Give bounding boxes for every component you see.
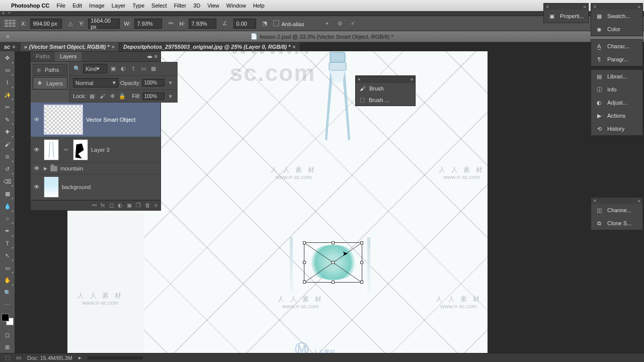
delete-layer-icon[interactable]: 🗑	[145, 202, 150, 209]
warp-icon[interactable]: ⌖	[323, 19, 332, 28]
channels-button[interactable]: ◫Channe...	[591, 204, 642, 217]
cancel-transform-icon[interactable]: ⊘	[336, 19, 345, 28]
gradient-tool-icon[interactable]: ▦	[2, 188, 14, 200]
filter-smart-icon[interactable]: ▦	[149, 65, 157, 73]
handle-br[interactable]	[360, 281, 363, 284]
dock-expand-icon[interactable]: »	[637, 198, 640, 204]
paragraph-button[interactable]: ¶Paragr...	[591, 53, 642, 66]
filter-kind-select[interactable]: Kind ▾	[83, 64, 107, 73]
extra-tool-icon[interactable]: ⋯	[2, 300, 14, 311]
fill-input[interactable]: 100%	[142, 93, 165, 100]
panel-collapse-icon[interactable]: ◂▸ ≡	[144, 52, 160, 61]
panel-tab-layers[interactable]: Layers	[55, 52, 82, 61]
tab-2-close-icon[interactable]: ×	[292, 44, 295, 50]
brush-panel-button[interactable]: 🖌Brush	[356, 83, 415, 94]
libraries-button[interactable]: ▤Librari...	[591, 70, 642, 83]
stamp-tool-icon[interactable]: ⧈	[2, 151, 14, 163]
handle-ml[interactable]	[303, 261, 306, 264]
doc-info[interactable]: Doc: 15.4M/85.3M	[27, 355, 72, 361]
pen-tool-icon[interactable]: ✒	[2, 225, 14, 237]
layers-button[interactable]: ❖Layers	[33, 77, 67, 89]
panel-menu-icon[interactable]: ≡	[154, 202, 157, 209]
handle-tl[interactable]	[303, 241, 306, 244]
dock-expand-icon[interactable]: »	[583, 4, 586, 10]
shape-tool-icon[interactable]: ▭	[2, 262, 14, 274]
menu-help[interactable]: Help	[253, 3, 265, 9]
mask-icon[interactable]: ◻	[109, 202, 114, 209]
skew-h-icon[interactable]: ⬔	[260, 19, 269, 28]
menu-edit[interactable]: Edit	[72, 3, 82, 9]
history-button[interactable]: ⟲History	[591, 122, 642, 135]
layer-thumb-0[interactable]	[44, 105, 83, 135]
new-layer-icon[interactable]: ❐	[136, 202, 141, 209]
fill-flyout-icon[interactable]: ▾	[167, 92, 175, 100]
menu-select[interactable]: Select	[151, 3, 167, 9]
group-disclosure-icon[interactable]: ▶	[44, 166, 47, 171]
dock-expand-icon[interactable]: »	[637, 4, 640, 10]
angle-field[interactable]: 0.00	[233, 19, 256, 29]
app-name[interactable]: Photoshop CC	[11, 3, 49, 9]
x-field[interactable]: 994.00 px	[30, 19, 62, 29]
filter-adjust-icon[interactable]: ◐	[119, 65, 127, 73]
filter-type-icon[interactable]: T	[129, 65, 137, 73]
actions-button[interactable]: ▶Actions	[591, 109, 642, 122]
close-icon[interactable]: ×	[2, 11, 5, 16]
tab-0-close-icon[interactable]: ×	[12, 44, 15, 50]
reference-point-icon[interactable]	[3, 18, 17, 29]
lock-position-icon[interactable]: ✥	[108, 92, 116, 100]
history-brush-tool-icon[interactable]: ↺	[2, 163, 14, 175]
layer-row-1[interactable]: 👁 ⚯ Layer 3	[31, 137, 160, 163]
lock-transparent-icon[interactable]: ▦	[88, 92, 96, 100]
tab-1-close-icon[interactable]: ×	[112, 44, 115, 50]
tab-2[interactable]: Depositphotos_29755003_original.jpg @ 25…	[119, 42, 300, 51]
adjustments-button[interactable]: ◐Adjust...	[591, 96, 642, 109]
opacity-input[interactable]: 100%	[142, 79, 165, 86]
visibility-icon[interactable]: 👁	[34, 184, 41, 191]
antialias-checkbox[interactable]	[273, 20, 279, 26]
layer-row-2[interactable]: 👁 ▶ mountain	[31, 163, 160, 174]
filter-pixel-icon[interactable]: ▣	[109, 65, 117, 73]
flyout-close-icon[interactable]: ×	[358, 77, 360, 82]
y-field[interactable]: 1664.00 px	[88, 19, 120, 29]
adjustment-icon[interactable]: ◐	[118, 202, 123, 209]
menu-file[interactable]: File	[56, 3, 65, 9]
path-select-tool-icon[interactable]: ↖	[2, 250, 14, 261]
view-icon[interactable]: ▭	[16, 354, 21, 361]
w-field[interactable]: 7.93%	[134, 19, 162, 29]
visibility-icon[interactable]: 👁	[34, 165, 41, 172]
marquee-tool-icon[interactable]: ▭	[2, 65, 14, 76]
panel-tab-paths[interactable]: Paths	[31, 52, 55, 61]
lasso-tool-icon[interactable]: ⌇	[2, 77, 14, 88]
color-button[interactable]: ◉Color	[591, 23, 642, 36]
menu-filter[interactable]: Filter	[174, 3, 186, 9]
color-swatches[interactable]	[2, 314, 14, 325]
menu-type[interactable]: Type	[132, 3, 144, 9]
layer-mask-1[interactable]	[73, 139, 88, 160]
properties-button[interactable]: ▣Properti...	[544, 10, 588, 23]
menu-layer[interactable]: Layer	[112, 3, 126, 9]
canvas[interactable]: www.rr-sc.com 人 人 素 材www.rr-sc.com 人 人 素…	[144, 51, 488, 353]
tab-1[interactable]: » (Vector Smart Object, RGB/8) *×	[20, 42, 119, 51]
zoom-display[interactable]: ⬚	[5, 354, 10, 361]
wand-tool-icon[interactable]: ✨	[2, 89, 14, 101]
link-icon[interactable]: ⚯	[166, 19, 175, 28]
eyedropper-tool-icon[interactable]: ✎	[2, 114, 14, 126]
handle-bl[interactable]	[303, 281, 306, 284]
handle-bc[interactable]	[332, 281, 335, 284]
character-button[interactable]: A̲Charac...	[591, 40, 642, 53]
dodge-tool-icon[interactable]: ○	[2, 213, 14, 225]
paths-button[interactable]: ⎋Paths	[33, 64, 67, 76]
menu-image[interactable]: Image	[89, 3, 105, 9]
filter-shape-icon[interactable]: ▭	[139, 65, 147, 73]
dock-close-icon[interactable]: ×	[593, 4, 596, 10]
handle-center[interactable]	[332, 261, 335, 264]
commit-transform-icon[interactable]: ✓	[349, 19, 358, 28]
eraser-tool-icon[interactable]: ⌫	[2, 176, 14, 188]
type-tool-icon[interactable]: T	[2, 238, 14, 249]
brush-tool-icon[interactable]: 🖌	[2, 139, 14, 150]
dock-close-icon[interactable]: ×	[546, 4, 549, 10]
healing-tool-icon[interactable]: ✚	[2, 126, 14, 138]
swatches-button[interactable]: ▦Swatch...	[591, 10, 642, 23]
menu-window[interactable]: Window	[226, 3, 246, 9]
screenmode-icon[interactable]: ⊞	[2, 341, 14, 353]
